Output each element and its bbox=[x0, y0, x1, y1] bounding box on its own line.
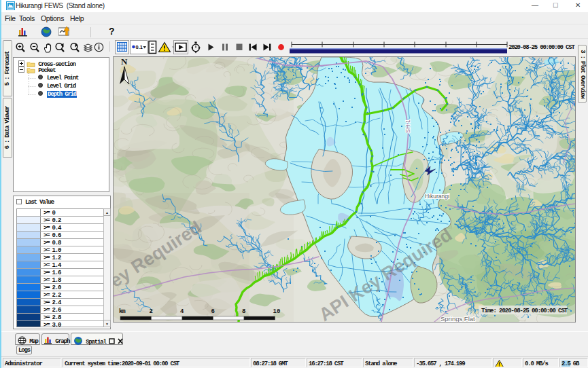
svg-text:0.1: 0.1 bbox=[136, 44, 143, 50]
svg-text:SH 1: SH 1 bbox=[404, 119, 411, 133]
svg-text:4: 4 bbox=[180, 308, 184, 315]
svg-text:Springs Flat: Springs Flat bbox=[440, 315, 475, 322]
svg-text:Time: 2020-08-25 00:00:00 CST: Time: 2020-08-25 00:00:00 CST bbox=[481, 308, 568, 314]
svg-text:8: 8 bbox=[242, 308, 245, 315]
svg-text:10: 10 bbox=[273, 308, 281, 315]
svg-text:6: 6 bbox=[211, 308, 215, 315]
svg-text:2: 2 bbox=[150, 308, 153, 315]
svg-text:Hikurangi: Hikurangi bbox=[425, 193, 449, 200]
svg-text:N: N bbox=[121, 57, 128, 67]
